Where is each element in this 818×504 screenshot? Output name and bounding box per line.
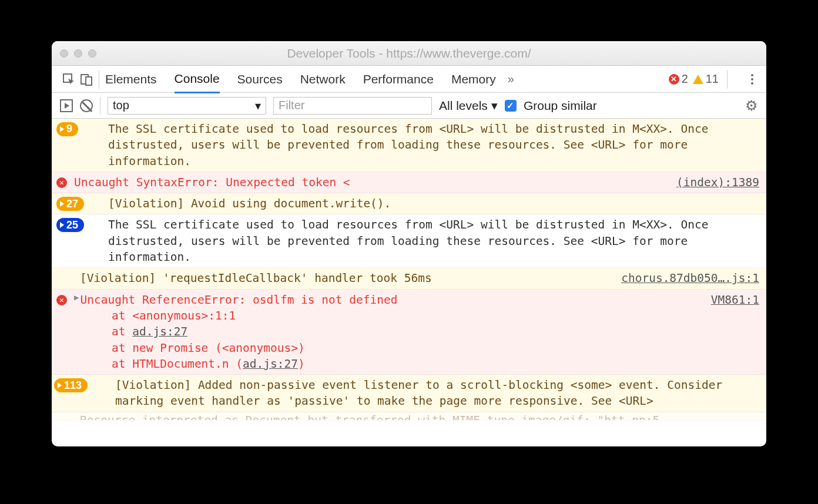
tab-network[interactable]: Network bbox=[300, 66, 346, 92]
toggle-console-sidebar-icon[interactable] bbox=[60, 99, 73, 112]
devtools-window: Developer Tools - https://www.theverge.c… bbox=[52, 41, 766, 446]
more-tabs-button[interactable]: » bbox=[508, 72, 514, 86]
error-icon: ✕ bbox=[669, 74, 679, 85]
message-source-link[interactable]: (index):1389 bbox=[676, 174, 759, 190]
error-icon: ✕ bbox=[56, 295, 67, 305]
message-text: [Violation] Avoid using document.write()… bbox=[108, 196, 759, 211]
console-messages: 9 The SSL certificate used to load resou… bbox=[52, 119, 766, 446]
error-icon: ✕ bbox=[56, 177, 67, 188]
chevron-down-icon: ▾ bbox=[491, 99, 498, 113]
titlebar: Developer Tools - https://www.theverge.c… bbox=[52, 41, 766, 66]
console-message[interactable]: 113 [Violation] Added non-passive event … bbox=[52, 375, 766, 412]
tab-memory[interactable]: Memory bbox=[451, 66, 496, 92]
inspect-element-icon[interactable] bbox=[60, 70, 78, 88]
divider bbox=[727, 70, 728, 89]
message-text: [Violation] 'requestIdleCallback' handle… bbox=[80, 270, 609, 286]
divider bbox=[99, 70, 99, 89]
zoom-window-button[interactable] bbox=[88, 49, 96, 58]
console-message[interactable]: 27 [Violation] Avoid using document.writ… bbox=[52, 193, 766, 214]
message-source-link[interactable]: chorus.87db050….js:1 bbox=[621, 270, 759, 286]
console-message[interactable]: [Violation] 'requestIdleCallback' handle… bbox=[52, 268, 766, 289]
console-message[interactable]: Resource interpreted as Document but tra… bbox=[52, 412, 766, 421]
tab-performance[interactable]: Performance bbox=[363, 66, 434, 92]
minimize-window-button[interactable] bbox=[74, 49, 82, 58]
device-toolbar-icon[interactable] bbox=[78, 70, 95, 88]
console-message[interactable]: 25 The SSL certificate used to load reso… bbox=[52, 214, 766, 268]
stack-link[interactable]: ad.js:27 bbox=[132, 325, 187, 338]
message-text: The SSL certificate used to load resourc… bbox=[108, 217, 759, 265]
repeat-count-badge: 113 bbox=[54, 378, 88, 392]
warning-count-badge[interactable]: 11 bbox=[693, 72, 719, 86]
message-text: [Violation] Added non-passive event list… bbox=[115, 377, 759, 409]
repeat-count-badge: 25 bbox=[56, 218, 84, 232]
svg-rect-2 bbox=[86, 77, 92, 85]
stack-link[interactable]: ad.js:27 bbox=[243, 357, 298, 371]
repeat-count-badge: 9 bbox=[56, 122, 78, 136]
window-title: Developer Tools - https://www.theverge.c… bbox=[52, 46, 766, 61]
console-message[interactable]: 9 The SSL certificate used to load resou… bbox=[52, 119, 766, 172]
chevron-down-icon: ▾ bbox=[255, 99, 261, 113]
message-text: The SSL certificate used to load resourc… bbox=[108, 121, 759, 169]
levels-label: All levels bbox=[439, 99, 488, 113]
error-count-badge[interactable]: ✕ 2 bbox=[669, 72, 688, 86]
group-similar-label: Group similar bbox=[524, 99, 597, 113]
message-text: Uncaught ReferenceError: osdlfm is not d… bbox=[80, 292, 699, 308]
console-toolbar: top ▾ All levels ▾ ✓ Group similar ⚙ bbox=[52, 93, 766, 119]
filter-input[interactable] bbox=[273, 97, 432, 115]
divider bbox=[100, 97, 100, 115]
console-message[interactable]: ✕ ▶ Uncaught ReferenceError: osdlfm is n… bbox=[52, 290, 766, 375]
tab-elements[interactable]: Elements bbox=[105, 66, 157, 92]
window-controls bbox=[60, 49, 96, 58]
clear-console-icon[interactable] bbox=[80, 99, 93, 112]
panel-tabs: Elements Console Sources Network Perform… bbox=[105, 66, 496, 93]
log-level-selector[interactable]: All levels ▾ bbox=[439, 99, 498, 113]
warning-icon bbox=[693, 75, 703, 84]
stack-trace: at <anonymous>:1:1 at ad.js:27 at new Pr… bbox=[82, 308, 759, 372]
console-settings-icon[interactable]: ⚙ bbox=[745, 98, 758, 114]
repeat-count-badge: 27 bbox=[56, 197, 84, 211]
expand-icon[interactable]: ▶ bbox=[74, 292, 79, 304]
tab-sources[interactable]: Sources bbox=[237, 66, 283, 92]
error-count: 2 bbox=[682, 72, 688, 86]
execution-context-selector[interactable]: top ▾ bbox=[108, 97, 266, 115]
message-text: Uncaught SyntaxError: Unexpected token < bbox=[74, 174, 665, 190]
message-source-link[interactable]: VM861:1 bbox=[711, 292, 759, 308]
settings-menu-button[interactable] bbox=[744, 74, 760, 85]
tab-bar: Elements Console Sources Network Perform… bbox=[52, 66, 766, 93]
console-message[interactable]: ✕ Uncaught SyntaxError: Unexpected token… bbox=[52, 172, 766, 193]
tab-console[interactable]: Console bbox=[175, 66, 220, 93]
message-text: Resource interpreted as Document but tra… bbox=[80, 412, 759, 421]
warning-count: 11 bbox=[706, 72, 719, 86]
context-value: top bbox=[113, 99, 129, 112]
close-window-button[interactable] bbox=[60, 49, 68, 58]
group-similar-checkbox[interactable]: ✓ bbox=[505, 100, 517, 112]
